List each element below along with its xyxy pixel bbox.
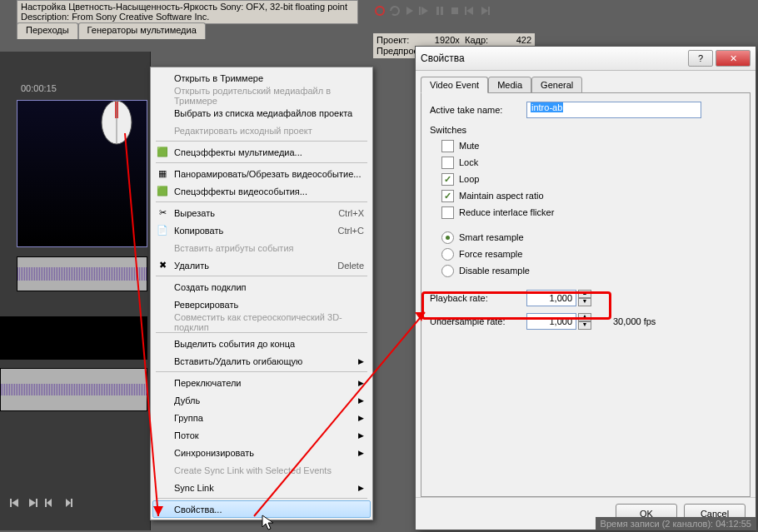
reduce-label: Reduce interlace flicker — [459, 207, 554, 217]
transport-bar — [373, 4, 491, 17]
active-take-label: Active take name: — [430, 105, 521, 115]
go-end-icon[interactable] — [26, 496, 39, 510]
undersample-rate-input[interactable] — [526, 313, 576, 330]
pause-icon[interactable] — [433, 4, 446, 17]
playback-rate-input[interactable] — [526, 290, 576, 306]
ctx-subclip[interactable]: Создать подклип — [152, 278, 371, 296]
svg-point-0 — [376, 7, 384, 15]
ctx-open-trimmer[interactable]: Открыть в Триммере — [152, 69, 371, 87]
status-bar: Время записи (2 каналов): 04:12:55 — [596, 517, 756, 530]
smart-resample-radio[interactable] — [441, 231, 454, 244]
tab-media[interactable]: Media — [488, 77, 531, 93]
svg-rect-7 — [10, 499, 12, 507]
ctx-switches[interactable]: Переключатели▶ — [152, 374, 371, 391]
loop-icon[interactable] — [388, 4, 401, 17]
ctx-media-fx[interactable]: 🟩Спецэффекты мультимедиа... — [152, 143, 371, 161]
disable-resample-radio[interactable] — [441, 265, 454, 277]
playback-spinner[interactable]: ▲▼ — [578, 290, 591, 306]
loop-label: Loop — [459, 174, 479, 184]
video-clip[interactable] — [17, 100, 147, 247]
svg-rect-4 — [451, 7, 458, 14]
force-resample-radio[interactable] — [441, 248, 454, 261]
fps-label: 30,000 fps — [613, 316, 656, 326]
audio-clip-1[interactable] — [17, 256, 147, 291]
go-start-icon[interactable] — [463, 4, 476, 17]
ctx-take[interactable]: Дубль▶ — [152, 391, 371, 409]
maintain-aspect-checkbox[interactable] — [441, 190, 454, 202]
reduce-flicker-checkbox[interactable] — [441, 206, 454, 219]
svg-rect-6 — [488, 7, 490, 15]
playback-rate-label: Playback rate: — [430, 293, 521, 303]
next-frame-icon[interactable] — [61, 496, 74, 510]
fx-icon: 🟩 — [156, 146, 169, 159]
close-button[interactable]: ✕ — [716, 50, 751, 67]
ctx-select-end[interactable]: Выделить события до конца — [152, 335, 371, 352]
ctx-sync-link[interactable]: Sync Link▶ — [152, 479, 371, 496]
ctx-delete[interactable]: ✖УдалитьDelete — [152, 256, 371, 274]
play-icon[interactable] — [403, 4, 416, 17]
disable-label: Disable resample — [459, 266, 530, 276]
go-start-icon[interactable] — [8, 496, 22, 510]
svg-rect-3 — [441, 7, 443, 15]
lock-label: Lock — [459, 157, 478, 167]
mute-checkbox[interactable] — [441, 140, 454, 152]
ctx-pan-crop[interactable]: ▦Панорамировать/Обрезать видеособытие... — [152, 165, 371, 182]
svg-rect-1 — [419, 7, 421, 15]
copy-icon: 📄 — [156, 224, 169, 237]
delete-icon: ✖ — [156, 259, 169, 272]
tab-video-event[interactable]: Video Event — [421, 77, 488, 93]
switches-label: Switches — [430, 125, 741, 135]
stop-icon[interactable] — [448, 4, 461, 17]
plugin-info: Настройка Цветность-Насыщенность-Яркость… — [17, 0, 358, 24]
ctx-paste-attrs: Вставить атрибуты события — [152, 239, 371, 256]
properties-dialog: Свойства ? ✕ Video Event Media General A… — [415, 46, 756, 530]
dialog-title: Свойства — [421, 52, 688, 64]
ctx-stream[interactable]: Поток▶ — [152, 426, 371, 444]
timecode: 00:00:15 — [21, 83, 57, 93]
mute-label: Mute — [459, 141, 479, 151]
ctx-copy[interactable]: 📄КопироватьCtrl+C — [152, 221, 371, 239]
ctx-video-fx[interactable]: 🟩Спецэффекты видеособытия... — [152, 182, 371, 200]
undersample-rate-label: Undersample rate: — [430, 316, 521, 326]
svg-rect-5 — [465, 7, 466, 15]
ctx-cut[interactable]: ✂ВырезатьCtrl+X — [152, 204, 371, 221]
crop-icon: ▦ — [156, 167, 169, 181]
transport-bottom — [8, 496, 74, 510]
ctx-stereo3d: Совместить как стереоскопический 3D-подк… — [152, 313, 371, 331]
active-take-input[interactable]: intro-ab — [526, 102, 701, 118]
lock-checkbox[interactable] — [441, 157, 454, 169]
play-start-icon[interactable] — [418, 4, 431, 17]
svg-rect-2 — [436, 7, 439, 15]
ctx-edit-source: Редактировать исходный проект — [152, 122, 371, 139]
cut-icon: ✂ — [156, 206, 169, 220]
undersample-spinner[interactable]: ▲▼ — [578, 313, 591, 330]
ctx-select-files[interactable]: Выбрать из списка медиафайлов проекта — [152, 104, 371, 122]
ctx-properties[interactable]: Свойства... — [152, 500, 371, 518]
tab-transitions[interactable]: Переходы — [17, 22, 78, 39]
dialog-titlebar[interactable]: Свойства ? ✕ — [416, 47, 756, 71]
ctx-open-parent: Открыть родительский медиафайл в Триммер… — [152, 87, 371, 104]
ctx-sync[interactable]: Синхронизировать▶ — [152, 444, 371, 461]
tab-media-generators[interactable]: Генераторы мультимедиа — [78, 22, 206, 39]
ctx-group[interactable]: Группа▶ — [152, 409, 371, 426]
maintain-label: Maintain aspect ratio — [459, 191, 544, 201]
force-label: Force resample — [459, 249, 522, 259]
svg-rect-9 — [45, 499, 47, 507]
prev-frame-icon[interactable] — [43, 496, 57, 510]
loop-checkbox[interactable] — [441, 173, 454, 186]
record-icon[interactable] — [373, 4, 386, 17]
svg-rect-10 — [71, 499, 72, 507]
context-menu: Открыть в Триммере Открыть родительский … — [150, 67, 373, 520]
ctx-reverse[interactable]: Реверсировать — [152, 296, 371, 313]
help-button[interactable]: ? — [688, 50, 713, 67]
svg-rect-8 — [36, 499, 37, 507]
fx-icon: 🟩 — [156, 185, 169, 198]
tab-general[interactable]: General — [531, 77, 582, 93]
video-clip-2[interactable] — [0, 316, 147, 360]
ctx-create-sync: Create Sync Link with Selected Events — [152, 461, 371, 479]
smart-label: Smart resample — [459, 232, 524, 242]
audio-clip-2[interactable] — [0, 368, 147, 411]
ctx-envelope[interactable]: Вставить/Удалить огибающую▶ — [152, 352, 371, 370]
go-end-icon[interactable] — [478, 4, 491, 17]
